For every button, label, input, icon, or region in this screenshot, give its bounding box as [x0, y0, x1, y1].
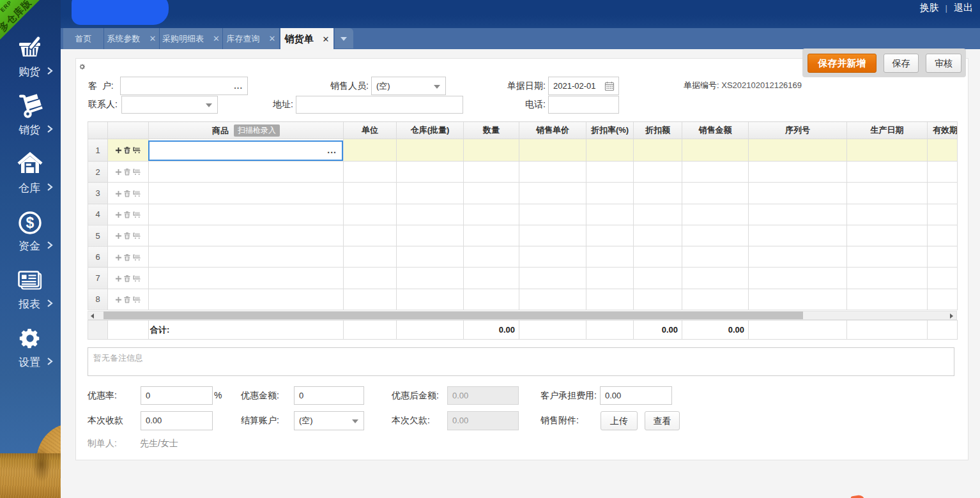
svg-text:$: $ [26, 215, 34, 231]
